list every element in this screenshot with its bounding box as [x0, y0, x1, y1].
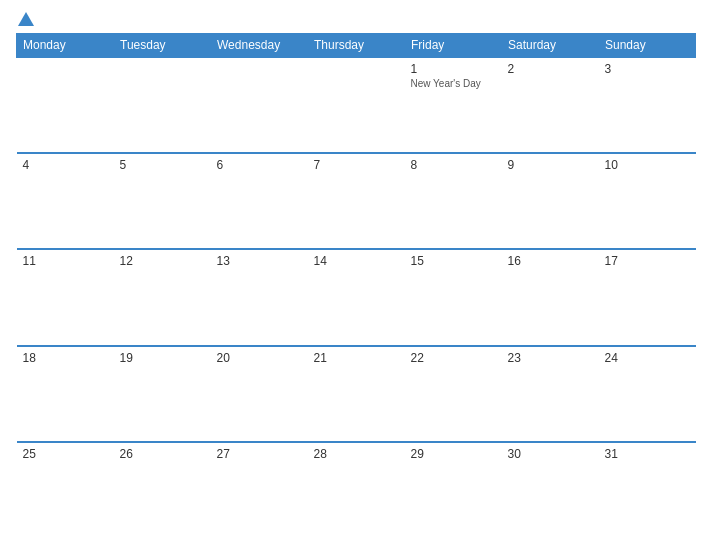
calendar-cell: 23 — [502, 346, 599, 442]
week-row-5: 25262728293031 — [17, 442, 696, 538]
week-row-2: 45678910 — [17, 153, 696, 249]
calendar-cell: 4 — [17, 153, 114, 249]
day-number: 1 — [411, 62, 496, 76]
day-header-tuesday: Tuesday — [114, 34, 211, 58]
day-number: 13 — [217, 254, 302, 268]
day-number: 2 — [508, 62, 593, 76]
calendar-cell: 15 — [405, 249, 502, 345]
calendar-cell: 12 — [114, 249, 211, 345]
day-number: 17 — [605, 254, 690, 268]
calendar-cell: 14 — [308, 249, 405, 345]
day-header-monday: Monday — [17, 34, 114, 58]
day-number: 21 — [314, 351, 399, 365]
calendar-cell: 11 — [17, 249, 114, 345]
calendar-cell: 3 — [599, 57, 696, 153]
day-number: 30 — [508, 447, 593, 461]
day-number: 19 — [120, 351, 205, 365]
day-header-wednesday: Wednesday — [211, 34, 308, 58]
calendar-cell: 25 — [17, 442, 114, 538]
calendar-cell — [308, 57, 405, 153]
calendar-cell — [17, 57, 114, 153]
week-row-3: 11121314151617 — [17, 249, 696, 345]
day-number: 28 — [314, 447, 399, 461]
day-number: 26 — [120, 447, 205, 461]
calendar-cell: 1New Year's Day — [405, 57, 502, 153]
day-number: 27 — [217, 447, 302, 461]
day-number: 3 — [605, 62, 690, 76]
calendar-cell: 30 — [502, 442, 599, 538]
logo — [16, 12, 34, 27]
day-number: 23 — [508, 351, 593, 365]
day-number: 22 — [411, 351, 496, 365]
day-number: 5 — [120, 158, 205, 172]
calendar-cell: 13 — [211, 249, 308, 345]
calendar-header-row: MondayTuesdayWednesdayThursdayFridaySatu… — [17, 34, 696, 58]
day-header-sunday: Sunday — [599, 34, 696, 58]
calendar-cell: 17 — [599, 249, 696, 345]
day-number: 6 — [217, 158, 302, 172]
calendar-cell: 24 — [599, 346, 696, 442]
day-number: 20 — [217, 351, 302, 365]
day-number: 31 — [605, 447, 690, 461]
day-number: 25 — [23, 447, 108, 461]
calendar-cell: 5 — [114, 153, 211, 249]
day-number: 24 — [605, 351, 690, 365]
calendar-cell: 18 — [17, 346, 114, 442]
day-number: 14 — [314, 254, 399, 268]
day-number: 11 — [23, 254, 108, 268]
day-header-friday: Friday — [405, 34, 502, 58]
week-row-1: 1New Year's Day23 — [17, 57, 696, 153]
day-number: 7 — [314, 158, 399, 172]
calendar-table: MondayTuesdayWednesdayThursdayFridaySatu… — [16, 33, 696, 538]
week-row-4: 18192021222324 — [17, 346, 696, 442]
calendar-cell: 29 — [405, 442, 502, 538]
calendar-cell: 16 — [502, 249, 599, 345]
day-number: 9 — [508, 158, 593, 172]
day-number: 8 — [411, 158, 496, 172]
calendar-cell: 7 — [308, 153, 405, 249]
day-number: 15 — [411, 254, 496, 268]
calendar-cell: 9 — [502, 153, 599, 249]
day-header-thursday: Thursday — [308, 34, 405, 58]
calendar-cell: 21 — [308, 346, 405, 442]
calendar-cell: 27 — [211, 442, 308, 538]
calendar-cell — [211, 57, 308, 153]
calendar-cell: 2 — [502, 57, 599, 153]
calendar-cell: 10 — [599, 153, 696, 249]
calendar-cell: 8 — [405, 153, 502, 249]
day-header-saturday: Saturday — [502, 34, 599, 58]
logo-triangle-icon — [18, 12, 34, 26]
calendar-cell: 20 — [211, 346, 308, 442]
calendar-cell: 19 — [114, 346, 211, 442]
day-number: 18 — [23, 351, 108, 365]
day-number: 12 — [120, 254, 205, 268]
day-number: 16 — [508, 254, 593, 268]
holiday-label: New Year's Day — [411, 78, 496, 89]
calendar-cell: 26 — [114, 442, 211, 538]
day-number: 10 — [605, 158, 690, 172]
calendar-header — [16, 12, 696, 27]
calendar-cell: 6 — [211, 153, 308, 249]
day-number: 29 — [411, 447, 496, 461]
calendar-cell: 28 — [308, 442, 405, 538]
calendar-cell: 22 — [405, 346, 502, 442]
calendar-cell: 31 — [599, 442, 696, 538]
day-number: 4 — [23, 158, 108, 172]
calendar-cell — [114, 57, 211, 153]
calendar-page: MondayTuesdayWednesdayThursdayFridaySatu… — [0, 0, 712, 550]
